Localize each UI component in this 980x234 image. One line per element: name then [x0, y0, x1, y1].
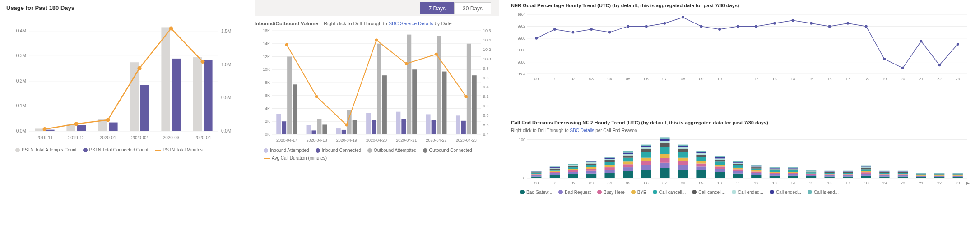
svg-rect-174	[531, 176, 541, 178]
panel-usage-180: Usage for Past 180 Days 0.0M0.1M0.2M0.3M…	[0, 0, 248, 167]
svg-rect-336	[824, 174, 834, 175]
legend-item[interactable]: Inbound Attemptted	[264, 148, 309, 153]
svg-text:09: 09	[699, 77, 704, 81]
svg-rect-262	[678, 144, 688, 146]
svg-rect-269	[696, 154, 706, 156]
link-sbc-details[interactable]: SBC Details	[570, 128, 594, 133]
svg-rect-365	[879, 175, 889, 177]
panel-call-end-reasons: Call End Reasons Decreasing NER Hourly T…	[506, 117, 980, 234]
svg-rect-257	[678, 157, 688, 161]
legend-item[interactable]: PSTN Total Minutes	[155, 147, 203, 152]
svg-rect-30	[204, 60, 213, 131]
svg-rect-406	[953, 175, 963, 176]
legend-item[interactable]: Call cancell...	[692, 190, 725, 195]
svg-rect-78	[336, 128, 341, 134]
svg-text:9.2: 9.2	[483, 94, 489, 99]
svg-rect-208	[586, 165, 596, 166]
svg-rect-356	[861, 172, 871, 174]
svg-text:18: 18	[864, 77, 869, 81]
svg-point-157	[737, 25, 739, 28]
svg-text:0.2M: 0.2M	[16, 78, 26, 83]
svg-text:9.4: 9.4	[483, 85, 489, 89]
svg-rect-184	[550, 175, 560, 178]
svg-text:0K: 0K	[265, 132, 270, 137]
svg-rect-346	[843, 174, 853, 175]
svg-text:09: 09	[699, 181, 704, 185]
legend-item[interactable]: Busy Here	[597, 190, 625, 195]
legend-item[interactable]: Bad Gatew...	[520, 190, 552, 195]
svg-rect-398	[934, 174, 944, 175]
svg-rect-96	[442, 72, 447, 134]
svg-text:10.2: 10.2	[483, 47, 491, 52]
svg-text:▶: ▶	[966, 181, 970, 185]
svg-text:23: 23	[956, 77, 960, 81]
svg-rect-306	[770, 173, 780, 174]
btn-30days[interactable]: 30 Days	[454, 2, 491, 14]
legend-item[interactable]: Outbound Connected	[423, 148, 472, 153]
svg-rect-350	[843, 171, 853, 172]
svg-rect-188	[550, 170, 560, 171]
legend-item[interactable]: BYE	[631, 190, 646, 195]
svg-rect-178	[531, 173, 541, 174]
svg-rect-410	[953, 174, 963, 174]
svg-text:8.8: 8.8	[483, 113, 489, 118]
svg-rect-210	[586, 162, 596, 163]
svg-text:16K: 16K	[263, 28, 270, 33]
svg-rect-298	[751, 168, 761, 170]
range-toggle: 7 Days 30 Days	[255, 0, 499, 16]
svg-rect-205	[586, 170, 596, 173]
svg-rect-327	[806, 173, 816, 174]
inout-chart: 0K2K4K6K8K10K12K14K16K8.48.68.89.09.29.4…	[255, 28, 499, 145]
legend-item[interactable]: Call ended...	[732, 190, 763, 195]
svg-rect-272	[696, 151, 706, 152]
svg-rect-74	[311, 130, 316, 134]
legend-item[interactable]: Call cancell...	[653, 190, 686, 195]
svg-rect-191	[550, 167, 560, 168]
svg-text:02: 02	[571, 77, 575, 81]
svg-rect-18	[77, 125, 86, 131]
svg-point-147	[553, 28, 556, 31]
svg-rect-280	[715, 158, 725, 160]
link-sbc-service-details[interactable]: SBC Service Details	[389, 21, 433, 26]
svg-rect-226	[623, 164, 633, 167]
legend-item[interactable]: PSTN Total Attempts Count	[15, 147, 77, 152]
svg-rect-200	[568, 165, 578, 166]
svg-point-148	[571, 31, 574, 34]
legend-item[interactable]: Inbound Connected	[316, 148, 361, 153]
svg-text:2K: 2K	[265, 119, 270, 124]
svg-text:12: 12	[754, 77, 758, 81]
svg-rect-325	[806, 175, 816, 176]
svg-rect-248	[660, 147, 669, 153]
svg-rect-289	[733, 164, 743, 165]
svg-rect-196	[568, 170, 578, 171]
svg-text:14: 14	[790, 77, 795, 81]
btn-7days[interactable]: 7 Days	[420, 2, 454, 14]
svg-rect-291	[733, 162, 743, 163]
svg-text:21: 21	[919, 77, 924, 81]
svg-rect-190	[550, 167, 560, 168]
svg-point-162	[828, 25, 831, 28]
legend-item[interactable]: PSTN Total Connected Count	[83, 147, 149, 152]
svg-rect-29	[193, 57, 202, 131]
svg-text:20: 20	[901, 181, 905, 185]
svg-rect-274	[715, 172, 725, 178]
svg-text:11: 11	[736, 181, 740, 185]
legend-item[interactable]: Avg Call Duration (minutes)	[264, 156, 327, 161]
svg-text:0.0M: 0.0M	[16, 128, 26, 133]
svg-rect-348	[843, 173, 853, 174]
svg-rect-258	[678, 152, 688, 157]
legend-item[interactable]: Bad Request	[558, 190, 591, 195]
svg-text:20: 20	[901, 77, 905, 81]
svg-rect-360	[861, 167, 871, 168]
svg-text:0.0M: 0.0M	[221, 128, 231, 133]
usage-chart: 0.0M0.1M0.2M0.3M0.4M0.0M0.5M1.0M1.5M2019…	[6, 14, 242, 145]
legend-item[interactable]: Outbound Attemptted	[367, 148, 417, 153]
svg-text:0.3M: 0.3M	[16, 53, 26, 58]
legend-item[interactable]: Call is end...	[808, 190, 839, 195]
svg-rect-276	[715, 166, 725, 169]
svg-point-149	[590, 28, 593, 31]
legend-item[interactable]: Call ended...	[770, 190, 801, 195]
svg-text:2020-02: 2020-02	[131, 135, 148, 140]
svg-rect-95	[437, 36, 441, 135]
svg-rect-378	[898, 173, 908, 174]
